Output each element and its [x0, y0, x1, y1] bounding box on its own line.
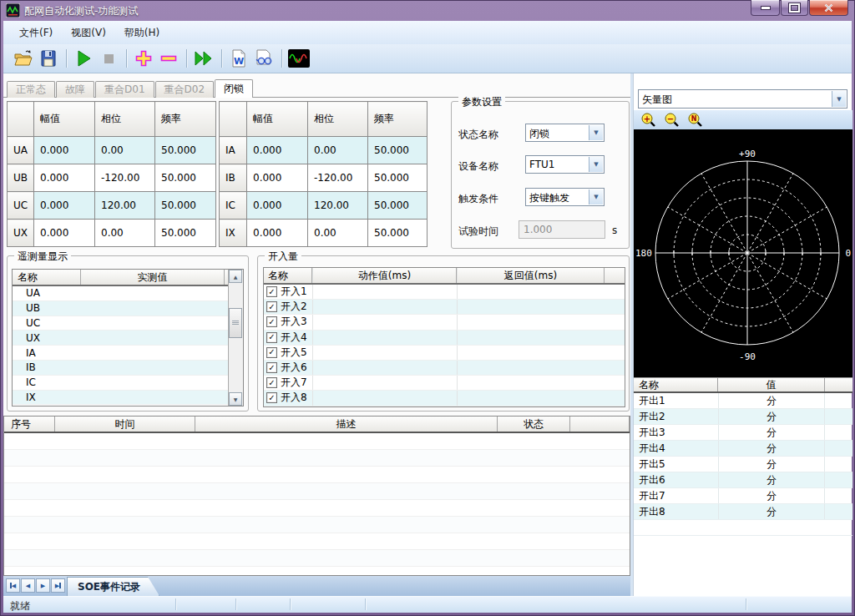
digital-input-row[interactable]: ✓开入8 — [264, 391, 625, 406]
value-cell[interactable]: 50.000 — [368, 137, 428, 164]
digital-output-row[interactable]: 开出7分 — [634, 488, 852, 504]
digital-output-row[interactable]: 开出4分 — [634, 441, 852, 457]
zoom-out-button[interactable]: − — [662, 112, 682, 129]
value-cell[interactable]: 0.00 — [308, 220, 368, 247]
save-file-button[interactable] — [37, 48, 60, 69]
digital-output-row[interactable]: 开出6分 — [634, 472, 852, 488]
value-cell[interactable]: 0.00 — [95, 137, 155, 164]
menu-item-2[interactable]: 帮助(H) — [115, 23, 169, 43]
close-button[interactable] — [809, 0, 848, 16]
digital-input-row[interactable]: ✓开入5 — [264, 346, 625, 361]
value-cell[interactable]: 0.00 — [95, 220, 155, 247]
telemetry-row[interactable]: IX — [13, 391, 229, 406]
menu-item-0[interactable]: 文件(F) — [10, 23, 62, 43]
value-cell[interactable]: 0.000 — [247, 164, 308, 192]
scrollbar-thumb[interactable] — [229, 308, 242, 338]
telemetry-row[interactable]: IB — [13, 361, 229, 376]
checkbox-checked-icon[interactable]: ✓ — [266, 392, 277, 403]
telemetry-row[interactable]: IA — [13, 346, 229, 361]
scroll-up-button[interactable]: ▲ — [229, 270, 242, 283]
digital-input-row[interactable]: ✓开入2 — [264, 300, 625, 315]
value-cell[interactable]: 50.000 — [155, 137, 216, 164]
checkbox-checked-icon[interactable]: ✓ — [266, 301, 277, 312]
value-cell[interactable]: 120.00 — [308, 192, 368, 220]
value-cell[interactable]: -120.00 — [95, 164, 155, 192]
chevron-down-icon[interactable]: ▼ — [589, 157, 603, 172]
telemetry-row[interactable]: UA — [13, 286, 229, 301]
report-preview-button[interactable] — [252, 48, 276, 69]
checkbox-checked-icon[interactable]: ✓ — [266, 286, 277, 297]
state-tab-1[interactable]: 故障 — [56, 81, 94, 98]
digital-output-row[interactable]: 开出2分 — [634, 409, 852, 425]
value-cell[interactable]: 50.000 — [155, 164, 216, 192]
digital-output-row[interactable]: 开出1分 — [634, 393, 852, 409]
state-name-select[interactable]: 闭锁 ▼ — [525, 124, 605, 142]
digital-input-row[interactable]: ✓开入7 — [264, 376, 625, 391]
value-cell[interactable]: 50.000 — [368, 164, 428, 192]
add-state-button[interactable] — [132, 48, 155, 69]
table-row: UA0.0000.0050.000 — [8, 137, 216, 164]
digital-output-row[interactable]: 开出8分 — [634, 504, 852, 520]
maximize-button[interactable] — [781, 0, 808, 16]
checkbox-checked-icon[interactable]: ✓ — [266, 377, 277, 388]
scroll-down-button[interactable]: ▼ — [229, 392, 242, 406]
prev-page-button[interactable]: ◀ — [21, 578, 35, 593]
value-cell[interactable]: 0.000 — [34, 164, 95, 192]
telemetry-scrollbar[interactable]: ▲ ▼ — [228, 270, 243, 406]
stop-test-button[interactable] — [97, 48, 120, 69]
checkbox-checked-icon[interactable]: ✓ — [266, 316, 277, 327]
state-tab-2[interactable]: 重合D01 — [95, 81, 154, 98]
zoom-normal-button[interactable]: N — [686, 112, 706, 129]
value-cell[interactable]: 0.000 — [247, 220, 308, 247]
value-cell[interactable]: 0.00 — [308, 137, 368, 164]
open-file-button[interactable] — [12, 48, 35, 69]
last-page-button[interactable]: ▶ — [51, 578, 65, 593]
value-cell[interactable]: 0.000 — [34, 220, 95, 247]
telemetry-row[interactable]: IC — [13, 376, 229, 391]
run-all-button[interactable] — [192, 48, 215, 69]
zoom-in-button[interactable]: + — [639, 112, 659, 129]
value-cell[interactable]: 50.000 — [368, 220, 428, 247]
digital-output-row[interactable]: 开出5分 — [634, 457, 852, 472]
digital-input-row[interactable]: ✓开入3 — [264, 315, 625, 330]
minimize-button[interactable] — [751, 0, 780, 16]
value-cell[interactable]: 50.000 — [155, 192, 216, 220]
waveform-view-button[interactable] — [287, 48, 311, 69]
menu-item-1[interactable]: 视图(V) — [62, 23, 115, 43]
checkbox-checked-icon[interactable]: ✓ — [266, 347, 277, 358]
value-cell[interactable]: 0.000 — [34, 137, 95, 164]
output-name: 开出5 — [634, 457, 718, 472]
value-cell[interactable]: 0.000 — [34, 192, 95, 220]
telemetry-row[interactable]: UX — [13, 331, 229, 346]
checkbox-checked-icon[interactable]: ✓ — [266, 332, 277, 343]
telemetry-row[interactable]: UB — [13, 301, 229, 316]
remove-state-button[interactable] — [157, 48, 180, 69]
word-report-button[interactable]: W — [227, 48, 250, 69]
value-cell[interactable]: 50.000 — [368, 192, 428, 220]
state-tab-4[interactable]: 闭锁 — [215, 79, 253, 98]
trigger-condition-select[interactable]: 按键触发 ▼ — [525, 188, 605, 206]
state-tab-3[interactable]: 重合D02 — [155, 81, 215, 98]
device-name-select[interactable]: FTU1 ▼ — [525, 155, 605, 174]
view-selector[interactable]: 矢量图 ▼ — [638, 89, 847, 109]
digital-input-row[interactable]: ✓开入1 — [264, 285, 625, 300]
digital-output-row[interactable]: 开出3分 — [634, 425, 852, 441]
telemetry-row[interactable]: UC — [13, 316, 229, 331]
run-test-button[interactable] — [72, 48, 95, 69]
value-cell[interactable]: 120.00 — [95, 192, 155, 220]
value-cell[interactable]: -120.00 — [308, 164, 368, 192]
chevron-down-icon[interactable]: ▼ — [589, 125, 603, 140]
first-page-button[interactable]: ◀ — [6, 578, 20, 593]
test-time-input[interactable]: 1.000 — [519, 220, 605, 239]
value-cell[interactable]: 50.000 — [155, 220, 216, 247]
chevron-down-icon[interactable]: ▼ — [832, 91, 846, 107]
state-tab-0[interactable]: 正常态 — [7, 81, 55, 98]
chevron-down-icon[interactable]: ▼ — [589, 189, 603, 204]
digital-input-row[interactable]: ✓开入4 — [264, 331, 625, 346]
value-cell[interactable]: 0.000 — [247, 137, 308, 164]
checkbox-checked-icon[interactable]: ✓ — [266, 362, 277, 373]
digital-input-row[interactable]: ✓开入6 — [264, 361, 625, 376]
next-page-button[interactable]: ▶ — [36, 578, 50, 593]
value-cell[interactable]: 0.000 — [247, 192, 308, 220]
soe-record-tab[interactable]: SOE事件记录 — [67, 577, 159, 596]
